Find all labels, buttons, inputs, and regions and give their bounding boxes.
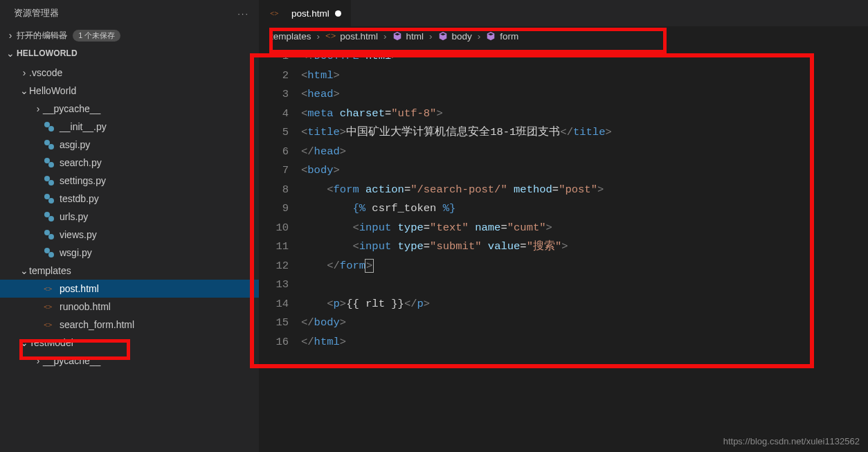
code-area[interactable]: 12345678910111213141516 <!DOCTYPE html><… [260,46,868,452]
breadcrumb-label: post.html [340,31,378,42]
sidebar-header: 资源管理器 ··· [0,0,259,26]
file-item[interactable]: testdb.py [0,190,259,208]
code-line[interactable]: <!DOCTYPE html> [301,47,612,66]
chevron-right-icon: › [6,30,15,41]
editor-tab[interactable]: <> post.html [260,0,351,26]
file-item[interactable]: settings.py [0,172,259,190]
chevron-right-icon: › [33,355,43,366]
file-item[interactable]: search.py [0,154,259,172]
tab-bar: <> post.html [260,0,868,26]
code-lines[interactable]: <!DOCTYPE html><html><head><meta charset… [301,46,612,452]
folder-item[interactable]: ›__pycache__ [0,100,259,118]
tree-item-label: __pycache__ [43,103,100,114]
folder-item[interactable]: ›.vscode [0,64,259,82]
svg-point-3 [48,144,54,150]
svg-point-8 [44,194,50,199]
code-line[interactable]: <body> [301,161,612,181]
svg-point-10 [44,212,50,217]
code-line[interactable]: <html> [301,66,612,86]
code-line[interactable]: <meta charset="utf-8"> [301,105,612,124]
line-number: 16 [260,333,289,352]
svg-point-6 [44,176,50,181]
breadcrumb-item[interactable]: form [486,31,518,42]
python-file-icon [43,192,55,205]
svg-text:<>: <> [270,9,278,17]
file-item[interactable]: __init__.py [0,118,259,136]
svg-point-5 [48,162,54,168]
code-line[interactable] [301,275,612,295]
code-line[interactable]: </head> [301,143,612,162]
breadcrumb-item[interactable]: <>post.html [325,30,378,42]
project-section[interactable]: ⌄ HELLOWORLD [0,44,259,62]
open-editors-section[interactable]: › 打开的编辑器 1 个未保存 [0,26,259,44]
code-line[interactable]: </html> [301,333,612,352]
line-number: 4 [260,105,289,124]
line-number: 12 [260,257,289,276]
chevron-right-icon: › [383,31,387,42]
file-item[interactable]: urls.py [0,208,259,226]
code-line[interactable]: </body> [301,314,612,333]
line-number: 13 [260,275,289,295]
code-line[interactable]: <p>{{ rlt }}</p> [301,295,612,314]
folder-item[interactable]: ⌄HelloWorld [0,82,259,100]
file-item[interactable]: views.py [0,226,259,244]
tree-item-label: HelloWorld [29,85,76,96]
code-line[interactable]: <input type="text" name="cumt"> [301,219,612,238]
svg-point-15 [48,252,54,257]
svg-point-14 [44,248,50,253]
file-item[interactable]: asgi.py [0,136,259,154]
breadcrumb-item[interactable]: html [392,31,424,42]
chevron-down-icon: ⌄ [6,48,15,59]
python-file-icon [43,156,55,169]
unsaved-badge: 1 个未保存 [73,30,120,42]
code-line[interactable]: <input type="submit" value="搜索"> [301,237,612,257]
python-file-icon [43,120,55,133]
python-file-icon [43,228,55,241]
file-item[interactable]: wsgi.py [0,244,259,262]
code-line[interactable]: <form action="/search-post/" method="pos… [301,181,612,200]
more-icon[interactable]: ··· [237,8,249,19]
breadcrumb-label: templates [271,31,311,42]
html-file-icon: <> [325,30,336,42]
file-item[interactable]: <>runoob.html [0,298,259,316]
breadcrumb-item[interactable]: body [438,31,472,42]
open-editors-label: 打开的编辑器 [17,30,67,42]
file-item[interactable]: <>post.html [0,280,259,298]
code-line[interactable]: <title>中国矿业大学计算机信息安全18-1班团支书</title> [301,123,612,143]
line-gutter: 12345678910111213141516 [260,46,301,452]
tree-item-label: search.py [60,157,102,168]
svg-point-0 [44,122,50,127]
watermark: https://blog.csdn.net/xulei1132562 [723,436,860,446]
python-file-icon [43,246,55,259]
tree-item-label: urls.py [60,211,88,222]
symbol-icon [486,31,496,41]
file-item[interactable]: <>search_form.html [0,316,259,334]
chevron-right-icon: › [317,31,320,42]
folder-item[interactable]: ›__pycache__ [0,352,259,370]
breadcrumb-label: html [406,31,424,42]
line-number: 1 [260,47,289,66]
tree-item-label: templates [29,265,71,276]
folder-item[interactable]: ⌄TestModel [0,334,259,352]
html-file-icon: <> [43,318,55,331]
code-line[interactable]: {% csrf_token %} [301,199,612,219]
folder-item[interactable]: ⌄templates [0,262,259,280]
breadcrumbs[interactable]: templates›<>post.html›html›body›form [260,26,868,46]
tree-item-label: __pycache__ [43,355,100,366]
chevron-right-icon: › [478,31,481,42]
code-line[interactable]: <head> [301,85,612,105]
code-line[interactable]: </form> [301,257,612,276]
breadcrumb-item[interactable]: templates [271,31,311,42]
python-file-icon [43,138,55,151]
line-number: 14 [260,295,289,314]
breadcrumb-label: body [452,31,472,42]
tree-item-label: views.py [60,229,97,240]
line-number: 9 [260,199,289,219]
svg-point-2 [44,140,50,145]
svg-text:<>: <> [44,320,52,329]
svg-point-11 [48,216,54,222]
svg-point-13 [48,234,54,239]
python-file-icon [43,210,55,223]
svg-point-7 [48,180,54,186]
tree-item-label: testdb.py [60,193,99,204]
